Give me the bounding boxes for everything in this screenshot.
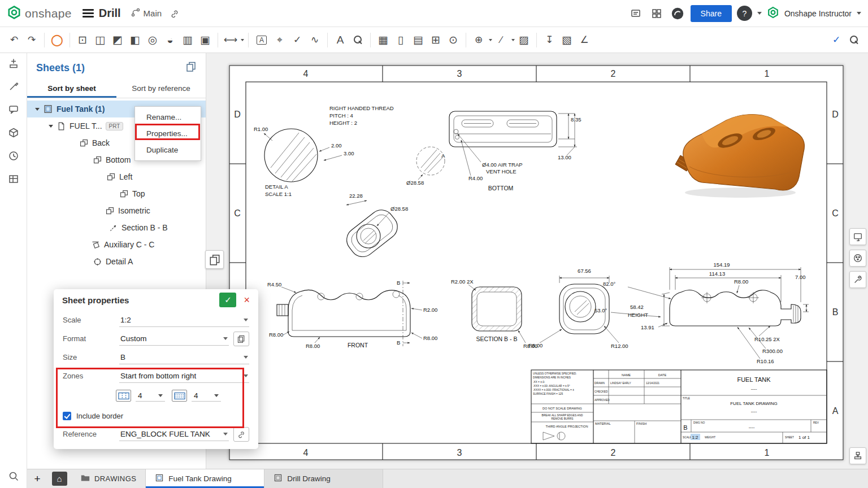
include-border-checkbox[interactable] [63, 412, 71, 420]
size-select[interactable]: B [119, 351, 249, 364]
tables-icon[interactable] [6, 172, 21, 186]
parts-icon[interactable] [6, 125, 21, 140]
drawing-canvas[interactable]: 4 3 2 1 4 3 2 1 D C B A D C B A [206, 53, 868, 469]
feedback-icon[interactable] [628, 6, 644, 21]
style-icon[interactable] [6, 79, 21, 94]
apps-icon[interactable] [649, 6, 665, 21]
undo-icon[interactable]: ↶ [6, 32, 23, 49]
appearance-icon[interactable] [849, 250, 866, 267]
surface-finish-icon[interactable]: ✓ [289, 32, 306, 49]
user-menu[interactable]: Onshape Instructor [784, 9, 852, 18]
view-isometric[interactable] [675, 115, 804, 198]
datum-icon[interactable]: ⌖ [271, 32, 288, 49]
break-view-icon[interactable]: ▥ [179, 32, 196, 49]
tree-item-view[interactable]: Detail A [27, 253, 206, 270]
reference-link-button[interactable] [233, 427, 249, 442]
centerline-icon[interactable]: ⊕ [470, 32, 487, 49]
tree-item-view[interactable]: Auxiliary C - C [27, 236, 206, 253]
crop-view-icon[interactable]: ▣ [197, 32, 214, 49]
inspect-icon[interactable] [845, 32, 862, 49]
zones-select[interactable]: Start from bottom right [119, 369, 249, 383]
add-tab-button[interactable]: + [27, 469, 47, 488]
measure-icon[interactable]: ∠ [576, 32, 593, 49]
find-annotation-icon[interactable] [349, 32, 366, 49]
drawing-sheet[interactable]: 4 3 2 1 4 3 2 1 D C B A D C B A [229, 65, 844, 460]
comment-icon[interactable] [6, 102, 21, 117]
line-style-caret-icon[interactable] [511, 39, 515, 41]
home-button[interactable]: ⌂ [47, 469, 71, 488]
tab-sort-by-sheet[interactable]: Sort by sheet [27, 79, 116, 98]
help-caret-icon[interactable] [757, 12, 762, 15]
dimension-caret-icon[interactable] [241, 39, 244, 41]
link-icon[interactable] [167, 6, 183, 21]
close-icon[interactable]: × [241, 294, 253, 306]
drawings-folder-tab[interactable]: DRAWINGS [71, 469, 146, 488]
context-menu-duplicate[interactable]: Duplicate [135, 142, 201, 158]
chevron-down-icon[interactable] [49, 125, 53, 128]
auxiliary-view-icon[interactable]: ◩ [109, 32, 126, 49]
export-dxf-icon[interactable]: ↧ [541, 32, 558, 49]
insert-icon[interactable] [6, 56, 21, 71]
tree-item-view[interactable]: Section B - B [27, 219, 206, 236]
dimension-icon[interactable]: ⟷ [222, 32, 239, 49]
text-icon[interactable]: A [332, 32, 349, 49]
table-icon[interactable]: ▦ [375, 32, 392, 49]
view-auxiliary[interactable]: 22.28 Ø28.58 [342, 193, 408, 262]
note-icon[interactable]: A [257, 36, 267, 45]
share-button[interactable]: Share [691, 5, 732, 22]
sketch-update-icon[interactable]: ◯ [49, 32, 66, 49]
format-copy-button[interactable] [233, 332, 249, 346]
branch-selector[interactable]: Main [131, 7, 162, 19]
tab-drill-drawing[interactable]: Drill Drawing [264, 469, 383, 488]
format-select[interactable]: Custom [119, 332, 229, 346]
balloon-icon[interactable]: ⊙ [445, 32, 462, 49]
reference-select[interactable]: ENG_BLOCK FUEL TANK [119, 428, 229, 441]
tree-item-label: Back [92, 138, 110, 147]
tab-sort-by-reference[interactable]: Sort by reference [116, 79, 206, 98]
view-section-bb[interactable]: R2.00 2X SECTION B - B R8.00 [451, 278, 537, 349]
centerline-caret-icon[interactable] [489, 39, 492, 41]
view-front[interactable]: B B R4.50 R2.00 R8.00 R8.00 R8.00 FRONT [267, 280, 437, 349]
chevron-down-icon[interactable] [35, 108, 40, 111]
search-icon[interactable] [6, 469, 21, 483]
tree-item-view[interactable]: Top [27, 185, 206, 202]
sketch-check-icon[interactable]: ✓ [828, 32, 845, 49]
sheet-list-icon[interactable]: ▯ [392, 32, 409, 49]
learning-center-icon[interactable] [670, 6, 685, 21]
history-icon[interactable] [6, 149, 21, 163]
onshape-logo-icon[interactable] [7, 5, 21, 22]
projected-view-icon[interactable]: ◫ [92, 32, 108, 49]
user-caret-icon[interactable] [857, 12, 861, 15]
tree-item-view[interactable]: Left [27, 168, 206, 185]
tree-item-view[interactable]: Isometric [27, 202, 206, 219]
context-menu-properties[interactable]: Properties... [135, 125, 201, 142]
bom-table-icon[interactable]: ▤ [410, 32, 427, 49]
toggle-sheets-overlay-button[interactable] [205, 250, 224, 269]
scale-select[interactable]: 1:2 [119, 313, 249, 327]
section-view-icon[interactable]: ◒ [162, 32, 179, 49]
stamp-icon[interactable] [849, 447, 866, 464]
help-icon[interactable]: ? [737, 6, 752, 21]
panel-overlay-icon[interactable] [185, 61, 197, 75]
zone-columns-select[interactable]: 4 [136, 390, 165, 402]
view-options-icon[interactable] [849, 228, 866, 245]
view-side[interactable]: 67.56 R8.00 R12.00 [528, 268, 628, 349]
partial-view-icon[interactable]: ◧ [127, 32, 144, 49]
weld-symbol-icon[interactable]: ∿ [306, 32, 323, 49]
line-style-icon[interactable]: ∕ [493, 32, 510, 49]
context-menu-rename[interactable]: Rename... [135, 109, 201, 125]
zone-rows-select[interactable]: 4 [192, 390, 221, 402]
confirm-button[interactable]: ✓ [219, 293, 236, 307]
tools-icon[interactable] [849, 271, 866, 288]
detail-view-icon[interactable]: ◎ [144, 32, 161, 49]
hatch-icon[interactable]: ▨ [515, 32, 532, 49]
view-detail-a[interactable]: R1.00 2.00 3.00 DETAIL A SCALE 1:1 RIGHT… [254, 105, 394, 197]
hole-table-icon[interactable]: ⊞ [427, 32, 444, 49]
insert-image-icon[interactable]: ▧ [558, 32, 575, 49]
redo-icon[interactable]: ↷ [23, 32, 40, 49]
view-bottom[interactable]: 8.35 13.00 A Ø28.58 Ø4.00 AIR TRAP VEN [406, 111, 581, 191]
detail-view-icon [93, 257, 102, 267]
tab-fuel-tank-drawing[interactable]: Fuel Tank Drawing [146, 469, 264, 488]
menu-icon[interactable] [83, 9, 94, 18]
insert-view-icon[interactable]: ⊡ [74, 32, 91, 49]
